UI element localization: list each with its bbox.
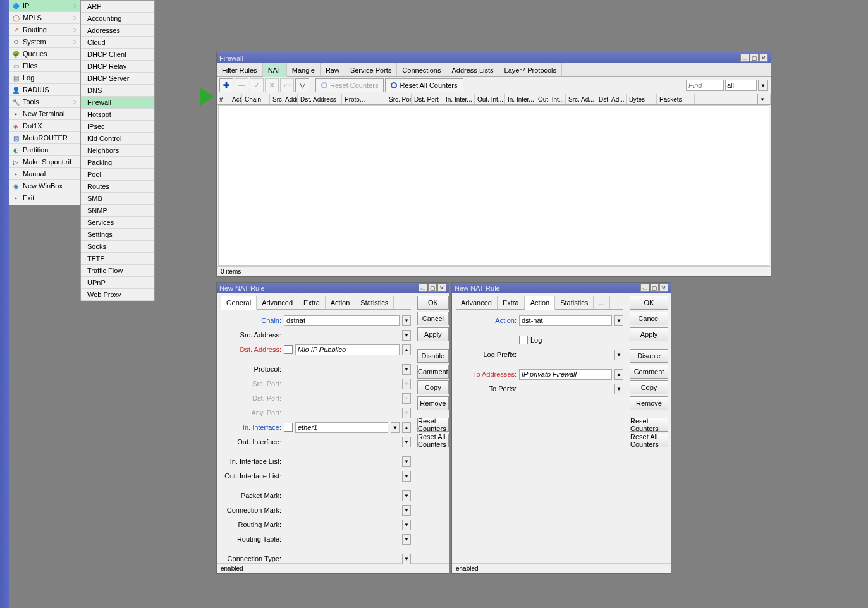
reset-counters-button[interactable]: Reset Counters bbox=[417, 418, 449, 432]
apply-button[interactable]: Apply bbox=[417, 327, 449, 341]
submenu-item-arp[interactable]: ARP bbox=[81, 1, 154, 13]
sidebar-item-partition[interactable]: ◐Partition bbox=[9, 144, 80, 156]
maximize-button[interactable]: ▢ bbox=[650, 284, 659, 292]
src-addr-expand[interactable]: ▼ bbox=[402, 330, 411, 341]
column-header[interactable]: Dst. Port bbox=[412, 94, 443, 104]
tab-statistics[interactable]: Statistics bbox=[555, 296, 594, 309]
to-addr-collapse[interactable]: ▲ bbox=[614, 369, 623, 380]
submenu-item-upnp[interactable]: UPnP bbox=[81, 277, 154, 289]
tab-statistics[interactable]: Statistics bbox=[355, 296, 394, 309]
reset-counters-button[interactable]: Reset Counters bbox=[630, 418, 668, 432]
tab-extra[interactable]: Extra bbox=[298, 296, 326, 309]
add-button[interactable]: ✚ bbox=[219, 78, 233, 92]
submenu-item-tftp[interactable]: TFTP bbox=[81, 253, 154, 265]
submenu-item-snmp[interactable]: SNMP bbox=[81, 205, 154, 217]
column-header[interactable]: Dst. Address bbox=[298, 94, 342, 104]
in-iface-negate[interactable] bbox=[284, 423, 293, 432]
submenu-item-cloud[interactable]: Cloud bbox=[81, 37, 154, 49]
disable-button[interactable]: Disable bbox=[630, 349, 668, 363]
out-iface-list-expand[interactable]: ▼ bbox=[402, 471, 411, 482]
column-header[interactable]: Proto... bbox=[342, 94, 386, 104]
filter-button[interactable]: ▽ bbox=[295, 78, 309, 92]
to-addr-input[interactable] bbox=[519, 369, 612, 380]
submenu-item-smb[interactable]: SMB bbox=[81, 193, 154, 205]
filter-select[interactable] bbox=[725, 80, 757, 91]
reset-all-counters-button[interactable]: Reset All Counters bbox=[417, 434, 449, 447]
sidebar-item-mpls[interactable]: ◯MPLS▷ bbox=[9, 12, 80, 24]
out-iface-expand[interactable]: ▼ bbox=[402, 437, 411, 447]
tab-extra[interactable]: Extra bbox=[498, 296, 525, 309]
sidebar-item-metarouter[interactable]: ▤MetaROUTER bbox=[9, 132, 80, 144]
submenu-item-traffic-flow[interactable]: Traffic Flow bbox=[81, 265, 154, 277]
packet-mark-expand[interactable]: ▼ bbox=[402, 490, 411, 501]
tab-mangle[interactable]: Mangle bbox=[287, 63, 321, 76]
tab-layer7-protocols[interactable]: Layer7 Protocols bbox=[499, 63, 563, 76]
cancel-button[interactable]: Cancel bbox=[630, 312, 668, 325]
tab-action[interactable]: Action bbox=[326, 296, 356, 309]
comment-button[interactable]: Comment bbox=[417, 365, 449, 379]
tab-connections[interactable]: Connections bbox=[397, 63, 446, 76]
dst-addr-input[interactable] bbox=[295, 344, 400, 355]
to-ports-expand[interactable]: ▼ bbox=[614, 384, 623, 394]
column-header[interactable]: Dst. Ad... bbox=[596, 94, 627, 104]
in-iface-list-expand[interactable]: ▼ bbox=[402, 456, 411, 467]
submenu-item-dhcp-server[interactable]: DHCP Server bbox=[81, 73, 154, 85]
cancel-button[interactable]: Cancel bbox=[417, 312, 449, 325]
disable-button[interactable]: Disable bbox=[417, 349, 449, 363]
sidebar-item-radius[interactable]: 👤RADIUS bbox=[9, 84, 80, 96]
column-header[interactable]: Out. Int... bbox=[535, 94, 566, 104]
sidebar-item-dot1x[interactable]: ◈Dot1X bbox=[9, 120, 80, 132]
submenu-item-routes[interactable]: Routes bbox=[81, 181, 154, 193]
reset-all-counters-button[interactable]: Reset All Counters bbox=[630, 434, 668, 447]
any-port-expand[interactable]: ▼ bbox=[402, 408, 411, 418]
submenu-item-services[interactable]: Services bbox=[81, 217, 154, 229]
reset-counters-button[interactable]: Reset Counters bbox=[315, 78, 384, 92]
log-prefix-expand[interactable]: ▼ bbox=[614, 350, 623, 360]
filter-dropdown[interactable]: ▼ bbox=[758, 80, 768, 91]
sidebar-item-make-supout-rif[interactable]: ▷Make Supout.rif bbox=[9, 156, 80, 168]
apply-button[interactable]: Apply bbox=[630, 327, 668, 341]
protocol-expand[interactable]: ▼ bbox=[402, 364, 411, 375]
comment-button[interactable]: Comment bbox=[630, 365, 668, 379]
find-input[interactable] bbox=[686, 80, 724, 91]
dst-port-expand[interactable]: ▼ bbox=[402, 393, 411, 404]
submenu-item-socks[interactable]: Socks bbox=[81, 241, 154, 253]
column-header[interactable]: In. Inter... bbox=[443, 94, 475, 104]
in-iface-dropdown[interactable]: ▼ bbox=[391, 422, 400, 433]
tab-general[interactable]: General bbox=[221, 296, 257, 310]
dst-addr-collapse[interactable]: ▲ bbox=[402, 344, 411, 355]
tab-[interactable]: ... bbox=[594, 296, 610, 309]
tab-service-ports[interactable]: Service Ports bbox=[345, 63, 397, 76]
column-header[interactable]: Action bbox=[229, 94, 242, 104]
submenu-item-dhcp-relay[interactable]: DHCP Relay bbox=[81, 61, 154, 73]
column-header[interactable]: Chain bbox=[242, 94, 270, 104]
close-button[interactable]: ✕ bbox=[759, 54, 768, 62]
tab-advanced[interactable]: Advanced bbox=[456, 296, 498, 309]
submenu-item-addresses[interactable]: Addresses bbox=[81, 25, 154, 37]
submenu-item-web-proxy[interactable]: Web Proxy bbox=[81, 289, 154, 301]
submenu-item-hotspot[interactable]: Hotspot bbox=[81, 109, 154, 121]
sidebar-item-queues[interactable]: 🌳Queues bbox=[9, 48, 80, 60]
sidebar-item-log[interactable]: ▤Log bbox=[9, 72, 80, 84]
src-port-expand[interactable]: ▼ bbox=[402, 379, 411, 389]
chain-input[interactable] bbox=[284, 315, 400, 326]
submenu-item-pool[interactable]: Pool bbox=[81, 169, 154, 181]
routing-table-expand[interactable]: ▼ bbox=[402, 534, 411, 545]
sidebar-item-new-terminal[interactable]: ▪New Terminal bbox=[9, 108, 80, 120]
minimize-button[interactable]: ▭ bbox=[640, 284, 649, 292]
sidebar-item-files[interactable]: ▭Files bbox=[9, 60, 80, 72]
remove-button[interactable]: — bbox=[235, 78, 248, 92]
sidebar-item-ip[interactable]: 🔷IP▷ bbox=[9, 0, 80, 12]
submenu-item-ipsec[interactable]: IPsec bbox=[81, 121, 154, 133]
conn-mark-expand[interactable]: ▼ bbox=[402, 505, 411, 516]
tab-action[interactable]: Action bbox=[525, 296, 556, 310]
routing-mark-expand[interactable]: ▼ bbox=[402, 520, 411, 530]
submenu-item-neighbors[interactable]: Neighbors bbox=[81, 145, 154, 157]
copy-button[interactable]: Copy bbox=[630, 380, 668, 394]
sidebar-item-routing[interactable]: ↗Routing▷ bbox=[9, 24, 80, 36]
sidebar-item-manual[interactable]: ▪Manual bbox=[9, 168, 80, 180]
firewall-table-body[interactable] bbox=[218, 105, 769, 266]
sidebar-item-exit[interactable]: ▪Exit bbox=[9, 192, 80, 204]
minimize-button[interactable]: ▭ bbox=[419, 284, 427, 292]
remove-button[interactable]: Remove bbox=[417, 396, 449, 410]
